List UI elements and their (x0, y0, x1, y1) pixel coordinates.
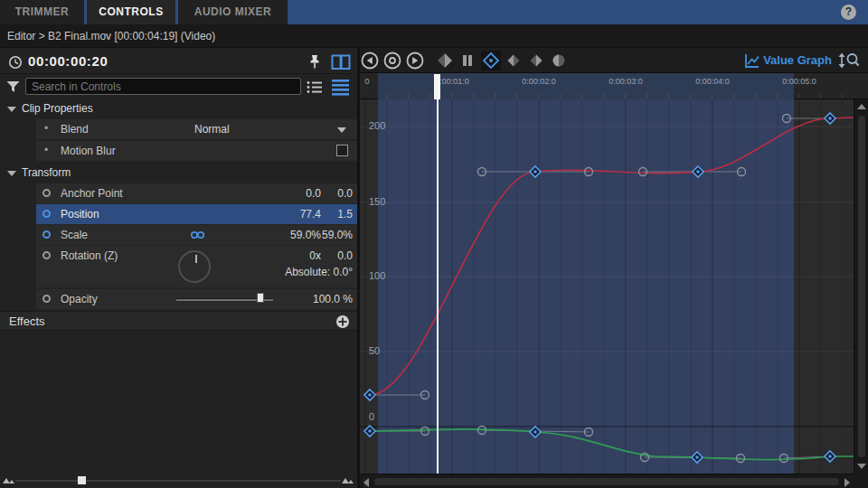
property-row-position[interactable]: Position 77.4 1.5 (36, 204, 357, 225)
rotation-degrees-value[interactable]: 0.0 (337, 249, 353, 262)
section-effects[interactable]: Effects (0, 311, 357, 331)
search-input[interactable] (25, 78, 301, 95)
playhead-line[interactable] (437, 99, 439, 474)
breadcrumb: Editor > B2 Final.mov [00:00:04:19] (Vid… (7, 30, 215, 42)
scrollbar-thumb[interactable] (78, 476, 86, 484)
value-axis-label: 50 (369, 345, 392, 356)
scale-x-value[interactable]: 59.0% (290, 229, 321, 241)
position-x-keyframe-dot (368, 393, 372, 397)
keyframe-constant-icon (458, 51, 477, 70)
property-label: Scale (61, 229, 88, 241)
keyframe-smooth-button[interactable] (481, 51, 501, 70)
anchor-x-value[interactable]: 0.0 (306, 187, 321, 200)
collapse-triangle-icon[interactable] (7, 171, 16, 176)
help-button[interactable]: ? (841, 5, 856, 20)
link-scale-icon[interactable] (190, 230, 206, 239)
position-y-value[interactable]: 1.5 (337, 208, 353, 221)
keyframe-toggle-icon[interactable] (42, 189, 51, 197)
clock-icon (8, 55, 23, 70)
current-timecode[interactable]: 00:00:00:20 (28, 53, 108, 69)
pin-icon[interactable] (307, 54, 322, 70)
position-y-keyframe-dot (828, 455, 832, 458)
position-x-keyframe-dot (696, 170, 700, 174)
rotation-dial[interactable] (178, 250, 211, 283)
property-label: Motion Blur (61, 145, 116, 157)
property-label: Anchor Point (61, 187, 123, 200)
section-title: Effects (9, 314, 45, 328)
split-layout-icon[interactable] (331, 54, 351, 70)
value-axis-label: 200 (369, 120, 392, 131)
property-label: Blend (61, 123, 89, 136)
section-clip-properties[interactable]: Clip Properties (0, 99, 357, 118)
keyframe-ease-out-button[interactable] (526, 51, 546, 70)
zoom-out-grip-icon[interactable] (3, 475, 15, 484)
rotation-absolute-value: Absolute: 0.0° (285, 266, 353, 278)
property-row-opacity[interactable]: Opacity 100.0 % (36, 289, 357, 310)
keyframe-ease-in-button[interactable] (504, 51, 524, 70)
position-x-curve[interactable] (370, 117, 854, 395)
horizontal-scrollbar-thumb[interactable] (374, 478, 839, 485)
vertical-scrollbar[interactable] (854, 99, 868, 474)
toggle-keyframe-button[interactable] (382, 51, 402, 70)
scale-y-value[interactable]: 59.0% (322, 229, 353, 241)
section-title: Transform (22, 166, 71, 179)
scroll-up-arrow-icon[interactable] (857, 104, 866, 109)
scroll-right-arrow-icon[interactable] (844, 478, 850, 487)
keyframe-toggle-icon[interactable] (42, 210, 51, 218)
property-row-scale[interactable]: Scale 59.0% 59.0% (36, 225, 357, 246)
tab-controls[interactable]: CONTROLS (87, 0, 175, 24)
property-label: Opacity (61, 293, 98, 305)
tab-audio-mixer[interactable]: AUDIO MIXER (178, 0, 288, 24)
graph-mode-label[interactable]: Value Graph (763, 53, 832, 67)
add-effect-icon[interactable] (335, 314, 350, 329)
graph-toolbar: Value Graph (360, 48, 868, 73)
app-window: TRIMMER CONTROLS AUDIO MIXER ? Editor > … (0, 0, 868, 488)
property-label: Rotation (Z) (61, 249, 118, 262)
anchor-y-value[interactable]: 0.0 (337, 187, 353, 200)
property-row-motion-blur[interactable]: • Motion Blur (36, 141, 357, 162)
keyframe-toggle-icon[interactable] (42, 230, 51, 239)
property-label: Position (61, 208, 99, 221)
filter-icon[interactable] (5, 80, 22, 94)
rotation-turns-value[interactable]: 0x (309, 249, 321, 262)
scroll-down-arrow-icon[interactable] (857, 464, 866, 469)
keyframe-constant-button[interactable] (458, 51, 477, 70)
zoom-in-grip-icon[interactable] (342, 475, 354, 484)
keyframe-linear-button[interactable] (435, 51, 455, 70)
motion-blur-checkbox[interactable] (336, 145, 348, 156)
detail-view-icon[interactable] (331, 78, 351, 96)
previous-keyframe-button[interactable] (360, 51, 380, 70)
search-row (0, 75, 357, 99)
keyframe-auto-button[interactable] (549, 51, 569, 70)
next-keyframe-button[interactable] (405, 51, 425, 70)
scroll-left-arrow-icon[interactable] (363, 478, 369, 487)
opacity-value[interactable]: 100.0 % (313, 293, 353, 305)
dial-tick (195, 255, 197, 263)
section-transform[interactable]: Transform (0, 164, 357, 183)
tab-trimmer[interactable]: TRIMMER (0, 0, 84, 24)
position-x-value[interactable]: 77.4 (300, 208, 321, 221)
collapse-triangle-icon[interactable] (7, 107, 16, 112)
list-view-icon[interactable] (306, 79, 324, 95)
zoom-fit-icon[interactable] (837, 51, 861, 70)
scrollbar-track[interactable] (15, 480, 341, 482)
horizontal-scrollbar[interactable] (360, 474, 854, 488)
value-graph-icon (743, 52, 761, 70)
keyframe-toggle-icon[interactable] (42, 251, 51, 259)
property-row-blend[interactable]: • Blend Normal (36, 119, 357, 140)
blend-value[interactable]: Normal (194, 123, 230, 136)
keyframe-toggle-icon[interactable] (42, 295, 51, 303)
dropdown-caret-icon[interactable] (337, 127, 346, 133)
value-graph-area[interactable]: 200 150 100 50 0 (360, 99, 854, 474)
bullet-icon: • (44, 144, 48, 156)
scrollbar-corner (854, 474, 868, 488)
panel-zoom-scrollbar[interactable] (0, 473, 357, 488)
playhead-marker[interactable] (434, 74, 440, 99)
controls-panel: 00:00:00:20 (0, 48, 357, 488)
ruler-label: 0:00:05:0 (782, 77, 816, 86)
value-axis-label: 150 (369, 196, 392, 207)
property-row-rotation[interactable]: Rotation (Z) 0x 0.0 Absolute: 0.0° (36, 246, 357, 288)
property-row-anchor-point[interactable]: Anchor Point 0.0 0.0 (36, 183, 357, 204)
opacity-slider-handle[interactable] (257, 293, 264, 303)
vertical-scrollbar-thumb[interactable] (858, 116, 865, 457)
